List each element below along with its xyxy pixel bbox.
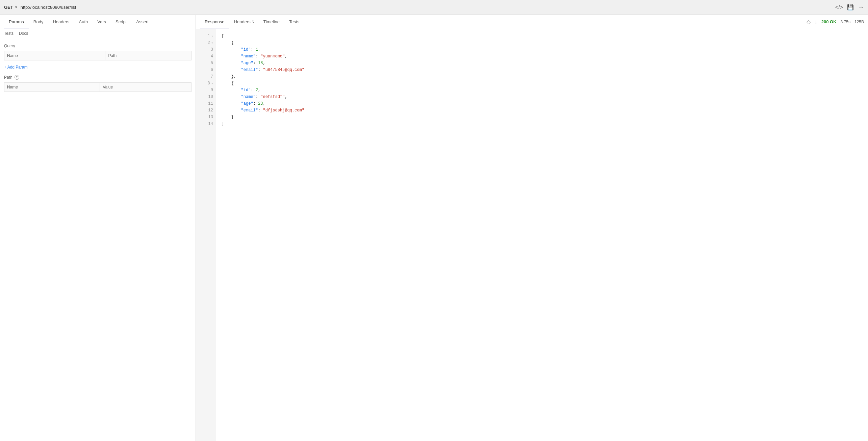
left-subtab-bar: Tests Docs bbox=[0, 29, 196, 38]
query-section-label: Query bbox=[4, 44, 192, 48]
tab-vars[interactable]: Vars bbox=[93, 16, 111, 28]
line-numbers: 1▾2▾345678▾91011121314 bbox=[196, 29, 216, 441]
top-bar: GET ▼ </> 💾 → bbox=[0, 0, 868, 15]
json-line: "email": "dfjsdshj@qq.com" bbox=[222, 107, 863, 114]
resp-tab-timeline[interactable]: Timeline bbox=[258, 16, 284, 28]
path-table: Name Value bbox=[4, 82, 192, 92]
json-key: "age" bbox=[241, 101, 253, 106]
json-line: ] bbox=[222, 121, 863, 128]
json-value: "u8475845@qq.com" bbox=[263, 68, 304, 72]
json-line: "email": "u8475845@qq.com" bbox=[222, 67, 863, 74]
line-number-row: 5 bbox=[199, 60, 213, 67]
resp-clipboard-icon[interactable]: ◇ bbox=[807, 19, 811, 25]
json-line: "age": 23, bbox=[222, 101, 863, 107]
line-number-row: 8▾ bbox=[199, 80, 213, 87]
collapse-arrow-icon[interactable]: ▾ bbox=[211, 41, 213, 46]
json-line: { bbox=[222, 80, 863, 87]
json-line: "id": 1, bbox=[222, 47, 863, 53]
line-number-row: 11 bbox=[199, 101, 213, 107]
top-bar-actions: </> 💾 → bbox=[835, 4, 864, 11]
response-time: 3.75s bbox=[841, 20, 850, 24]
left-tab-bar: Params Body Headers Auth Vars Script Ass… bbox=[0, 15, 196, 29]
json-key: "name" bbox=[241, 95, 256, 99]
resp-download-icon[interactable]: ↓ bbox=[815, 19, 817, 25]
tab-auth[interactable]: Auth bbox=[74, 16, 93, 28]
status-code: 200 OK bbox=[821, 19, 837, 24]
json-key: "id" bbox=[241, 47, 251, 52]
json-value: "yuanmomo" bbox=[260, 54, 285, 59]
resp-tab-response[interactable]: Response bbox=[200, 16, 229, 28]
json-content: [ { "id": 1, "name": "yuanmomo", "age": … bbox=[216, 29, 868, 441]
query-col-path: Path bbox=[105, 51, 192, 60]
tab-script[interactable]: Script bbox=[111, 16, 131, 28]
path-col-name: Name bbox=[4, 83, 100, 92]
json-value: "eefsfsdf" bbox=[260, 95, 285, 99]
subtab-tests[interactable]: Tests bbox=[4, 31, 14, 36]
tab-body[interactable]: Body bbox=[29, 16, 48, 28]
line-number-row: 10 bbox=[199, 94, 213, 101]
line-number-row: 14 bbox=[199, 121, 213, 128]
tab-assert[interactable]: Assert bbox=[131, 16, 153, 28]
path-col-value: Value bbox=[100, 83, 192, 92]
left-content: Query Name Path + Add Param Path ? bbox=[0, 38, 196, 441]
add-param-button[interactable]: + Add Param bbox=[4, 65, 28, 70]
json-line: "id": 2, bbox=[222, 87, 863, 94]
response-body: 1▾2▾345678▾91011121314 [ { "id": 1, "nam… bbox=[196, 29, 868, 441]
json-line: }, bbox=[222, 74, 863, 80]
subtab-docs[interactable]: Docs bbox=[19, 31, 28, 36]
json-value: 2 bbox=[256, 88, 258, 93]
json-value: "dfjsdshj@qq.com" bbox=[263, 108, 304, 113]
method-dropdown-arrow: ▼ bbox=[15, 5, 18, 9]
json-line: [ bbox=[222, 33, 863, 40]
save-icon[interactable]: 💾 bbox=[847, 4, 854, 10]
line-number-row: 3 bbox=[199, 47, 213, 53]
path-section-label: Path ? bbox=[4, 75, 192, 80]
json-value: 18 bbox=[258, 61, 263, 66]
send-button[interactable]: → bbox=[858, 4, 864, 11]
tab-headers[interactable]: Headers bbox=[48, 16, 74, 28]
json-value: 23 bbox=[258, 101, 263, 106]
query-table: Name Path bbox=[4, 51, 192, 60]
collapse-arrow-icon[interactable]: ▾ bbox=[211, 81, 213, 86]
path-help-icon[interactable]: ? bbox=[15, 75, 19, 80]
json-line: "name": "eefsfsdf", bbox=[222, 94, 863, 101]
code-icon[interactable]: </> bbox=[835, 4, 843, 10]
line-number-row: 2▾ bbox=[199, 40, 213, 47]
json-key: "id" bbox=[241, 88, 251, 93]
json-line: { bbox=[222, 40, 863, 47]
path-label-text: Path bbox=[4, 75, 12, 80]
resp-tab-headers[interactable]: Headers 5 bbox=[229, 16, 259, 28]
json-line: "name": "yuanmomo", bbox=[222, 53, 863, 60]
line-number-row: 1▾ bbox=[199, 33, 213, 40]
response-tab-bar: Response Headers 5 Timeline Tests ◇ ↓ 20… bbox=[196, 15, 868, 29]
line-number-row: 13 bbox=[199, 114, 213, 121]
json-key: "name" bbox=[241, 54, 256, 59]
url-input[interactable] bbox=[21, 5, 833, 10]
json-key: "email" bbox=[241, 108, 258, 113]
line-number-row: 4 bbox=[199, 53, 213, 60]
line-number-row: 12 bbox=[199, 107, 213, 114]
json-value: 1 bbox=[256, 47, 258, 52]
line-number-row: 9 bbox=[199, 87, 213, 94]
resp-tab-tests[interactable]: Tests bbox=[284, 16, 304, 28]
json-key: "age" bbox=[241, 61, 253, 66]
line-number-row: 6 bbox=[199, 67, 213, 74]
json-line: } bbox=[222, 114, 863, 121]
json-key: "email" bbox=[241, 68, 258, 72]
line-number-row: 7 bbox=[199, 74, 213, 80]
main-layout: Params Body Headers Auth Vars Script Ass… bbox=[0, 15, 868, 441]
collapse-arrow-icon[interactable]: ▾ bbox=[211, 34, 213, 39]
resp-status-bar: ◇ ↓ 200 OK 3.75s 125B bbox=[807, 19, 864, 25]
json-line: "age": 18, bbox=[222, 60, 863, 67]
response-size: 125B bbox=[854, 20, 864, 24]
query-col-name: Name bbox=[4, 51, 105, 60]
method-label: GET bbox=[4, 5, 13, 10]
left-panel: Params Body Headers Auth Vars Script Ass… bbox=[0, 15, 196, 441]
tab-params[interactable]: Params bbox=[4, 16, 29, 28]
right-panel: Response Headers 5 Timeline Tests ◇ ↓ 20… bbox=[196, 15, 868, 441]
method-selector[interactable]: GET ▼ bbox=[4, 5, 18, 10]
headers-badge: 5 bbox=[252, 20, 254, 24]
